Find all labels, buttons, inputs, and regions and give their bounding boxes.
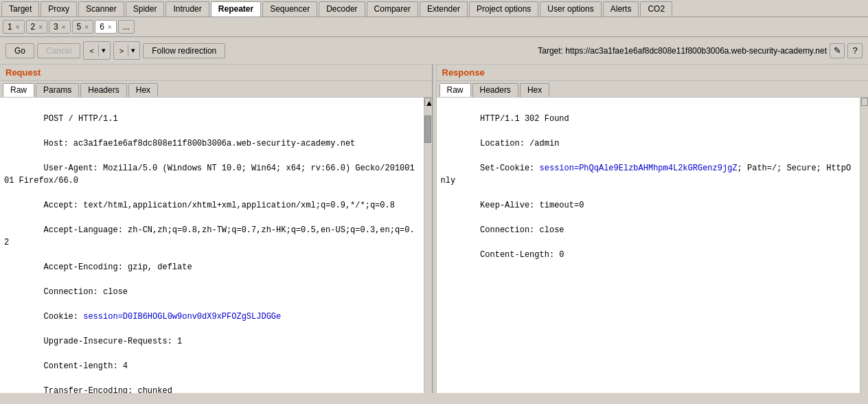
request-line-10: Content-length: 4 (44, 361, 128, 371)
num-tab-1-label: 1 (8, 22, 12, 32)
tab-proxy[interactable]: Proxy (41, 1, 77, 16)
response-tab-raw[interactable]: Raw (439, 83, 471, 97)
request-content[interactable]: POST / HTTP/1.1 Host: ac3a1fae1e6af8dc80… (0, 98, 424, 393)
back-dropdown[interactable]: ▾ (99, 44, 108, 57)
go-button[interactable]: Go (5, 43, 34, 58)
edit-target-button[interactable]: ✎ (830, 43, 845, 58)
tab-intruder[interactable]: Intruder (165, 1, 209, 16)
top-nav-tabs: Target Proxy Scanner Spider Intruder Rep… (0, 0, 868, 17)
num-tabs-row: 1 × 2 × 3 × 5 × 6 × ... (0, 17, 868, 37)
request-scrollbar[interactable]: ▲ (424, 98, 432, 393)
num-tab-1[interactable]: 1 × (3, 20, 25, 34)
num-tab-5-close[interactable]: × (84, 23, 89, 31)
response-tab-hex[interactable]: Hex (520, 83, 549, 97)
response-tab-headers[interactable]: Headers (472, 83, 518, 97)
response-line-1: HTTP/1.1 302 Found (480, 114, 569, 124)
request-line-4: Accept: text/html,application/xhtml+xml,… (44, 201, 395, 210)
num-tab-1-close[interactable]: × (16, 23, 20, 31)
num-tab-6-label: 6 (100, 22, 104, 32)
tab-user-options[interactable]: User options (540, 1, 601, 16)
num-tab-5[interactable]: 5 × (72, 20, 94, 34)
scroll-up-arrow[interactable]: ▲ (424, 98, 431, 106)
cancel-button[interactable]: Cancel (37, 43, 80, 58)
tab-sequencer[interactable]: Sequencer (262, 1, 317, 16)
response-scrollbar[interactable] (860, 98, 868, 393)
back-arrow[interactable]: < (85, 45, 98, 57)
response-content[interactable]: HTTP/1.1 302 Found Location: /admin Set-… (437, 98, 860, 393)
tab-project-options[interactable]: Project options (469, 1, 538, 16)
tab-target[interactable]: Target (1, 1, 39, 16)
num-tab-3-close[interactable]: × (62, 23, 66, 31)
request-line-6: Accept-Encoding: gzip, deflate (44, 262, 192, 272)
toolbar: Go Cancel < ▾ > ▾ Follow redirection Tar… (0, 37, 868, 65)
request-line-9: Upgrade-Insecure-Requests: 1 (44, 337, 183, 346)
request-header: Request (0, 65, 432, 81)
num-tab-5-label: 5 (77, 22, 82, 32)
tab-co2[interactable]: CO2 (640, 1, 672, 16)
response-line-5: Connection: close (480, 225, 564, 235)
request-line-3: User-Agent: Mozilla/5.0 (Windows NT 10.0… (4, 164, 415, 186)
main-content: Request Raw Params Headers Hex POST / HT… (0, 65, 868, 393)
request-cookie-prefix: Cookie: (44, 312, 84, 322)
response-line-4: Keep-Alive: timeout=0 (480, 201, 584, 210)
request-cookie-value: session=D0IB6HOGL0w9onv0dX9xPFOZgSLJDGGe (83, 312, 281, 322)
response-scroll-up-arrow[interactable] (861, 98, 868, 106)
response-header: Response (437, 65, 869, 81)
num-tab-3-label: 3 (54, 22, 58, 32)
help-button[interactable]: ? (847, 43, 863, 58)
num-tab-2-label: 2 (31, 22, 36, 32)
response-inner-tabs: Raw Headers Hex (437, 81, 869, 98)
request-tab-raw[interactable]: Raw (3, 83, 34, 97)
request-tab-headers[interactable]: Headers (80, 83, 126, 97)
target-url-label: Target: https://ac3a1fae1e6af8dc808e11f8… (538, 46, 827, 56)
num-tab-6[interactable]: 6 × (95, 20, 117, 34)
request-panel: Request Raw Params Headers Hex POST / HT… (0, 65, 433, 393)
num-tab-2[interactable]: 2 × (26, 20, 48, 34)
tab-repeater[interactable]: Repeater (211, 1, 261, 16)
num-tab-3[interactable]: 3 × (49, 20, 71, 34)
request-scrollbar-thumb[interactable] (424, 115, 431, 143)
request-line-11: Transfer-Encoding: chunked (44, 386, 172, 393)
tab-alerts[interactable]: Alerts (603, 1, 639, 16)
tab-extender[interactable]: Extender (420, 1, 468, 16)
response-line-2: Location: /admin (480, 139, 559, 148)
request-line-7: Connection: close (44, 287, 128, 297)
response-cookie-prefix: Set-Cookie: (480, 164, 539, 173)
response-cookie-value: session=PhQqAle9ElzbAHMhpm4L2kGRGenz9jgZ (540, 164, 738, 173)
back-button-group[interactable]: < ▾ (83, 41, 110, 60)
request-line-1: POST / HTTP/1.1 (44, 114, 118, 124)
forward-button-group[interactable]: > ▾ (113, 41, 140, 60)
follow-redirection-button[interactable]: Follow redirection (143, 43, 225, 58)
request-inner-tabs: Raw Params Headers Hex (0, 81, 432, 98)
request-line-2: Host: ac3a1fae1e6af8dc808e11f800b3006a.w… (44, 139, 356, 148)
response-panel: Response Raw Headers Hex HTTP/1.1 302 Fo… (437, 65, 869, 393)
request-tab-params[interactable]: Params (36, 83, 79, 97)
request-tab-hex[interactable]: Hex (128, 83, 158, 97)
num-tab-6-close[interactable]: × (108, 23, 112, 31)
target-info: Target: https://ac3a1fae1e6af8dc808e11f8… (538, 43, 863, 58)
num-tab-more[interactable]: ... (118, 20, 135, 34)
forward-dropdown[interactable]: ▾ (128, 44, 138, 57)
tab-comparer[interactable]: Comparer (367, 1, 418, 16)
tab-spider[interactable]: Spider (126, 1, 165, 16)
request-line-5: Accept-Language: zh-CN,zh;q=0.8,zh-TW;q=… (4, 225, 415, 247)
response-line-6: Content-Length: 0 (480, 250, 564, 260)
tab-scanner[interactable]: Scanner (78, 1, 124, 16)
forward-arrow[interactable]: > (115, 45, 128, 57)
tab-decoder[interactable]: Decoder (319, 1, 365, 16)
num-tab-2-close[interactable]: × (38, 23, 43, 31)
